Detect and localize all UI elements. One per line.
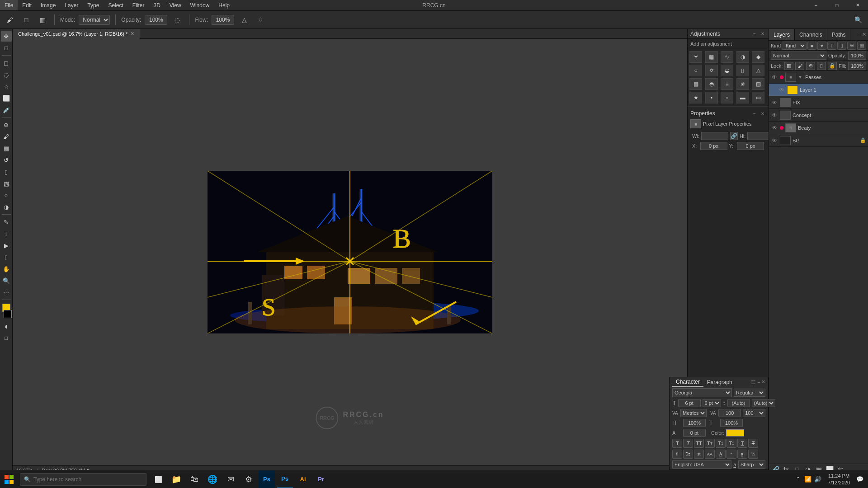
layer-filter-toggle[interactable]: ▤ [857,42,866,50]
allcaps-button[interactable]: TT [694,439,704,448]
minimize-button[interactable]: − [806,0,826,11]
lock-image-button[interactable]: 🖌 [795,62,804,70]
close-button[interactable]: ✕ [847,0,868,11]
invert-adj-icon[interactable]: ◓ [705,78,718,90]
wi-input[interactable] [701,132,728,140]
threshold-adj-icon[interactable]: ≢ [736,78,749,90]
layer-item-concept[interactable]: 👁 Concept [769,109,868,122]
font-style-select[interactable]: Regular [734,389,765,397]
extra-tools[interactable]: ⋯ [1,287,12,298]
lasso-tool[interactable]: ◌ [1,69,12,80]
lock-all-button[interactable]: 🔒 [828,62,837,70]
channel-mixer-adj-icon[interactable]: △ [752,65,764,76]
lock-transparent-button[interactable]: ▦ [784,62,793,70]
ordinals-button[interactable]: st [694,450,704,459]
airbrush-toggle[interactable]: ◌ [171,14,184,26]
menu-window[interactable]: Window [186,0,214,10]
layer-shape-filter[interactable]: ▯ [837,42,846,50]
taskview-button[interactable]: ⬜ [150,470,166,488]
layer-smart-filter[interactable]: ⊕ [847,42,856,50]
strikethrough-button[interactable]: T [748,439,758,448]
font-size-input[interactable] [678,399,701,407]
quick-mask-mode[interactable]: ◖ [1,321,12,332]
layer-item-layer1[interactable]: 👁 Layer 1 [769,84,868,96]
layer-passes-expand[interactable]: ▼ [798,75,802,80]
brightness-adj-icon[interactable]: ☀ [689,51,702,63]
props-collapse-btn[interactable]: − [751,110,758,117]
restore-button[interactable]: □ [826,0,847,11]
layer-vis-beaty[interactable]: 👁 [771,124,778,131]
mode-select[interactable]: Normal [79,15,110,25]
settings-icon[interactable]: ⚙ [241,470,257,488]
selective-color-adj-icon[interactable]: ★ [689,92,702,103]
lock-position-button[interactable]: ⊕ [806,62,815,70]
pen-tool[interactable]: ✎ [1,216,12,227]
blur-tool[interactable]: ○ [1,190,12,201]
stamp-tool[interactable]: ▦ [1,143,12,154]
background-color[interactable] [4,310,12,318]
exposure-adj-icon[interactable]: ◑ [736,51,749,63]
adj-extra4[interactable]: ▭ [752,92,764,103]
layer-pixel-filter[interactable]: ■ [807,42,816,50]
gradient-tool[interactable]: ▧ [1,178,12,189]
network-icon[interactable]: 📶 [803,475,812,484]
brush-preset-button[interactable]: □ [20,14,33,26]
layers-tab[interactable]: Layers [769,29,795,40]
adj-extra2[interactable]: ▫ [721,92,733,103]
paragraph-tab[interactable]: Paragraph [703,377,736,387]
layer-adj-filter[interactable]: ♥ [817,42,826,50]
adj-extra3[interactable]: ▬ [736,92,749,103]
search-button[interactable]: 🔍 [852,14,864,26]
type-tool[interactable]: T [1,228,12,239]
underline-button[interactable]: T [737,439,747,448]
link-icon[interactable]: 🔗 [730,132,738,140]
clock[interactable]: 11:24 PM 7/12/2020 [824,473,854,486]
brush-tool[interactable]: 🖌 [1,131,12,142]
ps-icon[interactable]: Ps [259,470,275,488]
char-panel-menu[interactable]: ☰ [751,379,756,385]
leading-input[interactable] [727,399,750,407]
vibrance-adj-icon[interactable]: ◆ [752,51,764,63]
menu-layer[interactable]: Layer [60,0,83,10]
ps-active-icon[interactable]: Ps [277,470,293,488]
mail-icon[interactable]: ✉ [222,470,239,488]
layer-type-filter[interactable]: T [827,42,836,50]
layer-item-beaty[interactable]: 👁 B Beaty [769,122,868,134]
lock-artboard-button[interactable]: ▯ [817,62,826,70]
subscript-button[interactable]: T1 [726,439,736,448]
ai-icon[interactable]: Ai [295,470,311,488]
eyedropper-tool[interactable]: 💉 [1,104,12,115]
taskbar-search-box[interactable]: 🔍 [20,473,146,486]
volume-icon[interactable]: 🔊 [813,475,822,484]
start-button[interactable] [0,470,18,488]
brush-options-button[interactable]: ▦ [36,14,49,26]
history-brush-tool[interactable]: ↺ [1,155,12,165]
curves-adj-icon[interactable]: ∿ [721,51,733,63]
blend-mode-select[interactable]: Normal [771,52,826,60]
anti-alias-select[interactable]: Sharp [738,460,765,469]
menu-select[interactable]: Select [104,0,127,10]
tracking-select[interactable]: 100 [743,409,765,417]
crop-tool[interactable]: ⬜ [1,93,12,103]
taskbar-search-input[interactable] [33,476,142,483]
smoothing-toggle[interactable]: ♢ [254,14,267,26]
swash-button[interactable]: A̲ [716,450,726,459]
flow-input[interactable] [212,15,234,25]
x-input[interactable] [700,142,727,150]
path-selection-tool[interactable]: ▶ [1,240,12,251]
menu-file[interactable]: File [0,0,18,10]
language-select[interactable]: English: USA [672,460,731,469]
adj-collapse-btn[interactable]: − [751,31,758,37]
frac-button[interactable]: fi [672,450,682,459]
character-color-swatch[interactable] [726,429,744,436]
dodge-tool[interactable]: ◑ [1,202,12,212]
fill-value-input[interactable] [848,62,866,70]
char-panel-collapse[interactable]: − [758,380,760,385]
font-size-select[interactable]: 6 pt [703,399,721,407]
layer-item-bg[interactable]: 👁 BG 🔒 [769,134,868,147]
gradient-map-adj-icon[interactable]: ▨ [752,78,764,90]
vulgar-frac-button[interactable]: ½ [748,450,758,459]
ligature-button[interactable]: ǲ [683,450,693,459]
chrome-icon[interactable]: 🌐 [204,470,221,488]
menu-3d[interactable]: 3D [149,0,165,10]
